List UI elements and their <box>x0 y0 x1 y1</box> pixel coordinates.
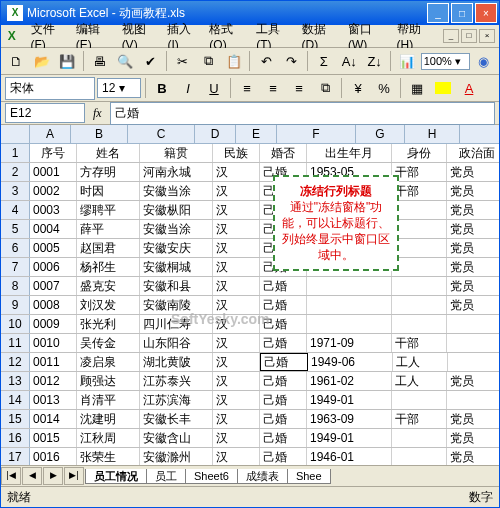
percent-icon[interactable]: % <box>372 76 396 100</box>
row-header-2[interactable]: 2 <box>1 163 30 181</box>
cell-B11[interactable]: 吴传金 <box>77 334 140 352</box>
sheet-tab-1[interactable]: 员工 <box>146 469 186 484</box>
cell-B9[interactable]: 刘汉发 <box>77 296 140 314</box>
cell-G2[interactable]: 干部 <box>392 163 447 181</box>
row-header-13[interactable]: 13 <box>1 372 30 390</box>
cell-H2[interactable]: 党员 <box>447 163 499 181</box>
cell-H4[interactable]: 党员 <box>447 201 499 219</box>
cell-C1[interactable]: 籍贯 <box>140 144 213 162</box>
fontsize-combo[interactable]: 12 ▾ <box>97 78 141 98</box>
cell-F9[interactable] <box>307 296 392 314</box>
row-header-12[interactable]: 12 <box>1 353 30 371</box>
spell-icon[interactable]: ✔ <box>139 49 162 73</box>
cell-G14[interactable] <box>392 391 447 409</box>
tab-nav-prev[interactable]: ◀ <box>22 467 42 485</box>
cell-A5[interactable]: 0004 <box>30 220 77 238</box>
cell-G12[interactable]: 工人 <box>393 353 448 371</box>
cell-B6[interactable]: 赵国君 <box>77 239 140 257</box>
cell-H15[interactable]: 党员 <box>447 410 499 428</box>
cell-C14[interactable]: 江苏滨海 <box>140 391 213 409</box>
copy-icon[interactable]: ⧉ <box>197 49 220 73</box>
merge-icon[interactable]: ⧉ <box>313 76 337 100</box>
cell-C17[interactable]: 安徽滁州 <box>140 448 213 465</box>
col-header-C[interactable]: C <box>128 125 195 143</box>
cell-A3[interactable]: 0002 <box>30 182 77 200</box>
zoom-combo[interactable]: 100% ▾ <box>421 53 470 70</box>
sum-icon[interactable]: Σ <box>312 49 335 73</box>
cell-A7[interactable]: 0006 <box>30 258 77 276</box>
cell-A9[interactable]: 0008 <box>30 296 77 314</box>
cell-D1[interactable]: 民族 <box>213 144 260 162</box>
cell-C3[interactable]: 安徽当涂 <box>140 182 213 200</box>
worksheet-grid[interactable]: ABCDEFGH1序号姓名籍贯民族婚否出生年月身份政治面20001方存明河南永城… <box>1 125 499 465</box>
cell-E8[interactable]: 己婚 <box>260 277 307 295</box>
open-icon[interactable]: 📂 <box>30 49 53 73</box>
cell-A11[interactable]: 0010 <box>30 334 77 352</box>
cell-H16[interactable]: 党员 <box>447 429 499 447</box>
row-header-8[interactable]: 8 <box>1 277 30 295</box>
cell-C7[interactable]: 安徽桐城 <box>140 258 213 276</box>
cell-G6[interactable] <box>392 239 447 257</box>
cell-H12[interactable] <box>448 353 499 371</box>
row-header-14[interactable]: 14 <box>1 391 30 409</box>
cell-G7[interactable] <box>392 258 447 276</box>
cell-C2[interactable]: 河南永城 <box>140 163 213 181</box>
cell-E1[interactable]: 婚否 <box>260 144 307 162</box>
cell-A13[interactable]: 0012 <box>30 372 77 390</box>
mdi-close-button[interactable]: × <box>479 29 495 43</box>
row-header-3[interactable]: 3 <box>1 182 30 200</box>
name-box[interactable]: E12 <box>5 103 85 123</box>
col-header-D[interactable]: D <box>195 125 236 143</box>
cell-A16[interactable]: 0015 <box>30 429 77 447</box>
row-header-1[interactable]: 1 <box>1 144 30 162</box>
cell-A4[interactable]: 0003 <box>30 201 77 219</box>
sort-desc-icon[interactable]: Z↓ <box>363 49 386 73</box>
font-combo[interactable]: 宋体 <box>5 77 95 100</box>
cell-A14[interactable]: 0013 <box>30 391 77 409</box>
cell-D4[interactable]: 汉 <box>213 201 260 219</box>
cell-B12[interactable]: 凌启泉 <box>77 353 140 371</box>
paste-icon[interactable]: 📋 <box>222 49 245 73</box>
formula-input[interactable]: 己婚 <box>110 102 495 125</box>
cell-A15[interactable]: 0014 <box>30 410 77 428</box>
cell-E13[interactable]: 己婚 <box>260 372 307 390</box>
cell-G1[interactable]: 身份 <box>392 144 447 162</box>
underline-icon[interactable]: U <box>202 76 226 100</box>
cell-B3[interactable]: 时因 <box>77 182 140 200</box>
col-header-H[interactable]: H <box>405 125 460 143</box>
cell-D6[interactable]: 汉 <box>213 239 260 257</box>
row-header-15[interactable]: 15 <box>1 410 30 428</box>
cell-C16[interactable]: 安徽含山 <box>140 429 213 447</box>
cell-H5[interactable]: 党员 <box>447 220 499 238</box>
cell-G10[interactable] <box>392 315 447 333</box>
italic-icon[interactable]: I <box>176 76 200 100</box>
preview-icon[interactable]: 🔍 <box>114 49 137 73</box>
cut-icon[interactable]: ✂ <box>171 49 194 73</box>
col-header-F[interactable]: F <box>277 125 356 143</box>
cell-D7[interactable]: 汉 <box>213 258 260 276</box>
tab-nav-first[interactable]: |◀ <box>1 467 21 485</box>
mdi-restore-button[interactable]: □ <box>461 29 477 43</box>
cell-B1[interactable]: 姓名 <box>77 144 140 162</box>
cell-B2[interactable]: 方存明 <box>77 163 140 181</box>
row-header-16[interactable]: 16 <box>1 429 30 447</box>
cell-D3[interactable]: 汉 <box>213 182 260 200</box>
align-left-icon[interactable]: ≡ <box>235 76 259 100</box>
cell-D12[interactable]: 汉 <box>213 353 260 371</box>
cell-B14[interactable]: 肖清平 <box>77 391 140 409</box>
row-header-10[interactable]: 10 <box>1 315 30 333</box>
cell-E17[interactable]: 己婚 <box>260 448 307 465</box>
cell-E12[interactable]: 己婚 <box>260 353 308 371</box>
cell-G5[interactable] <box>392 220 447 238</box>
cell-H1[interactable]: 政治面 <box>447 144 499 162</box>
save-icon[interactable]: 💾 <box>56 49 79 73</box>
cell-G3[interactable]: 干部 <box>392 182 447 200</box>
cell-H6[interactable]: 党员 <box>447 239 499 257</box>
tab-nav-last[interactable]: ▶| <box>64 467 84 485</box>
row-header-11[interactable]: 11 <box>1 334 30 352</box>
sheet-tab-3[interactable]: 成绩表 <box>237 469 288 484</box>
cell-C8[interactable]: 安徽和县 <box>140 277 213 295</box>
cell-F1[interactable]: 出生年月 <box>307 144 392 162</box>
help-icon[interactable]: ◉ <box>472 49 495 73</box>
cell-C13[interactable]: 江苏泰兴 <box>140 372 213 390</box>
